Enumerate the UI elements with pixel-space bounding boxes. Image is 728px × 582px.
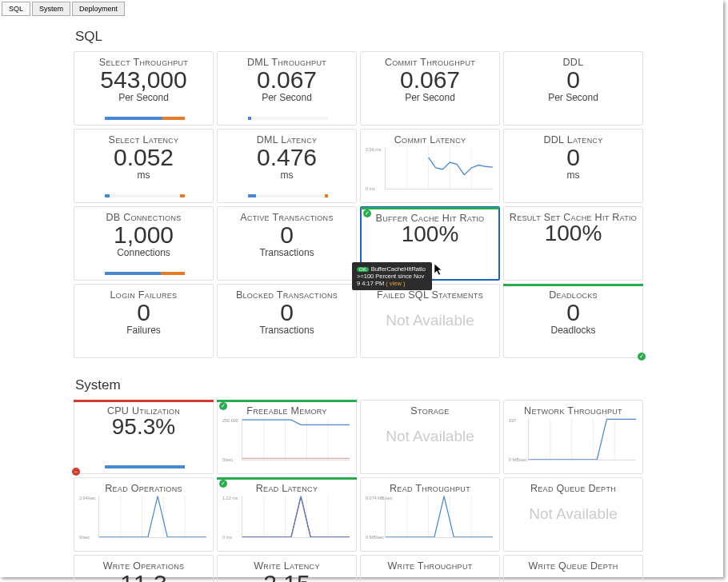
metric-card[interactable]: DML Throughput0.067Per Second xyxy=(217,51,357,126)
card-unit: ms xyxy=(218,169,356,181)
card-title: Read Throughput xyxy=(361,483,499,494)
status-bar xyxy=(217,400,357,402)
card-unit: Per Second xyxy=(74,92,213,103)
card-unit: Per Second xyxy=(504,92,642,103)
card-value: 0 xyxy=(218,221,356,248)
metric-card[interactable]: Write Queue Depth xyxy=(503,555,643,582)
tab-sql[interactable]: SQL xyxy=(2,2,30,16)
card-title: Freeable Memory xyxy=(218,405,356,417)
metric-card[interactable]: Read Operations 2.94/sec 0/sec xyxy=(74,477,214,552)
metric-card[interactable]: DDL0Per Second xyxy=(503,51,643,126)
mini-chart: 0.074 MB/sec 0 MB/sec xyxy=(366,496,494,546)
card-value: 0.052 xyxy=(74,144,213,170)
metric-card[interactable]: Write Throughput xyxy=(360,555,500,582)
card-value: 100% xyxy=(362,222,498,247)
check-icon: ✓ xyxy=(219,402,227,410)
card-title: Read Latency xyxy=(218,483,356,494)
card-not-available: Not Available xyxy=(361,312,499,329)
card-unit: Deadlocks xyxy=(504,325,642,336)
metric-card[interactable]: Failed SQL StatementsNot Available xyxy=(360,284,500,358)
check-icon: ✓ xyxy=(219,480,227,488)
status-bar xyxy=(503,284,643,286)
metric-card[interactable]: Result Set Cache Hit Ratio100% xyxy=(503,206,643,281)
tooltip-view-link[interactable]: ( view ) xyxy=(386,280,405,287)
card-value: 0.476 xyxy=(218,144,356,170)
card-value: 0 xyxy=(504,299,642,325)
status-bar xyxy=(74,400,214,402)
metric-card[interactable]: Write Latency2.15 xyxy=(217,555,357,582)
sparkline xyxy=(248,194,328,197)
mini-chart: 197 0 MB/sec xyxy=(509,418,638,468)
sparkline xyxy=(105,272,185,275)
card-unit: Per Second xyxy=(361,92,499,103)
metric-card[interactable]: Deadlocks0Deadlocks✓ xyxy=(503,284,643,358)
metric-card[interactable]: Commit Latency 0.06 ms 0 ms xyxy=(360,129,500,203)
card-value: 1,000 xyxy=(74,221,213,248)
check-icon: ✓ xyxy=(363,209,371,217)
card-value: 543,000 xyxy=(74,66,213,93)
card-title: Write Throughput xyxy=(361,560,499,572)
card-title: Commit Latency xyxy=(361,134,499,146)
tab-system[interactable]: System xyxy=(32,2,70,16)
metric-card[interactable]: Commit Throughput0.067Per Second xyxy=(360,51,500,126)
card-title: Storage xyxy=(361,405,499,417)
metric-card[interactable]: Select Throughput543,000Per Second xyxy=(74,51,214,126)
metric-card[interactable]: DML Latency0.476ms xyxy=(217,129,357,203)
metric-card[interactable]: Blocked Transactions0Transactions xyxy=(217,284,357,358)
card-title: Read Queue Depth xyxy=(504,483,642,494)
card-title: Write Queue Depth xyxy=(504,560,642,572)
metric-card[interactable]: DB Connections1,000Connections xyxy=(74,206,214,281)
metric-card[interactable]: CPU Utilization95.3% – xyxy=(74,400,214,474)
card-title: Failed SQL Statements xyxy=(361,289,499,301)
card-value: 0 xyxy=(504,144,642,170)
status-bar xyxy=(361,207,499,209)
mini-chart: 2.94/sec 0/sec xyxy=(79,496,208,546)
card-value: 11.3 xyxy=(74,570,213,582)
card-not-available: Not Available xyxy=(361,428,499,445)
card-title: Read Operations xyxy=(74,483,213,494)
card-unit: Failures xyxy=(74,325,213,336)
cursor-icon xyxy=(434,264,444,277)
metric-card[interactable]: Active Transactions0Transactions xyxy=(217,206,357,281)
metric-card[interactable]: Login Failures0Failures xyxy=(74,284,214,358)
tooltip-ok-badge: OK xyxy=(357,267,369,272)
metric-card[interactable]: Read Throughput 0.074 MB/sec 0 MB/sec xyxy=(360,477,500,552)
section-title-system: System xyxy=(75,377,650,393)
status-bar xyxy=(217,477,357,480)
sparkline xyxy=(105,117,185,120)
sparkline xyxy=(105,465,185,468)
metric-card[interactable]: DDL Latency0ms xyxy=(503,129,643,203)
mini-chart: 250,000 0/sec xyxy=(222,418,351,468)
mini-chart: 0.06 ms 0 ms xyxy=(366,147,494,197)
metric-card[interactable]: Select Latency0.052ms xyxy=(74,129,214,203)
card-value: 0 xyxy=(218,299,356,325)
grid-sql: Select Throughput543,000Per Second DML T… xyxy=(74,51,650,358)
card-unit: Transactions xyxy=(218,247,356,258)
metric-card[interactable]: Read Queue DepthNot Available xyxy=(503,477,643,552)
card-value: 100% xyxy=(504,221,642,246)
metric-card[interactable]: Network Throughput 197 0 MB/sec xyxy=(503,400,643,474)
check-icon: ✓ xyxy=(638,353,646,361)
metric-card[interactable]: StorageNot Available xyxy=(360,400,500,474)
tooltip-buffer-cache: OKBufferCacheHitRatio >=100 Percent sinc… xyxy=(352,262,432,290)
card-value: 0.067 xyxy=(218,66,356,93)
card-unit: ms xyxy=(504,169,642,181)
tab-deployment[interactable]: Deployment xyxy=(72,2,125,16)
metric-card[interactable]: Write Operations11.3 xyxy=(74,555,214,582)
card-unit: Transactions xyxy=(218,325,356,336)
card-value: 0.067 xyxy=(361,66,499,93)
alert-icon: – xyxy=(72,468,80,476)
card-unit: Connections xyxy=(74,247,213,258)
card-unit: ms xyxy=(74,169,213,181)
metric-card[interactable]: Freeable Memory 250,000 0/sec ✓ xyxy=(217,400,357,474)
section-title-sql: SQL xyxy=(75,29,650,45)
grid-system: CPU Utilization95.3% –Freeable Memory 25… xyxy=(74,400,650,582)
card-value: 2.15 xyxy=(218,570,356,582)
card-value: 95.3% xyxy=(74,415,213,440)
metric-card[interactable]: Read Latency 1.22 ms 0 ms ✓ xyxy=(217,477,357,552)
card-value: 0 xyxy=(74,299,213,325)
tooltip-title: BufferCacheHitRatio xyxy=(371,265,426,273)
card-value: 0 xyxy=(504,66,642,93)
sparkline xyxy=(248,117,328,120)
card-title: Network Throughput xyxy=(504,405,642,417)
